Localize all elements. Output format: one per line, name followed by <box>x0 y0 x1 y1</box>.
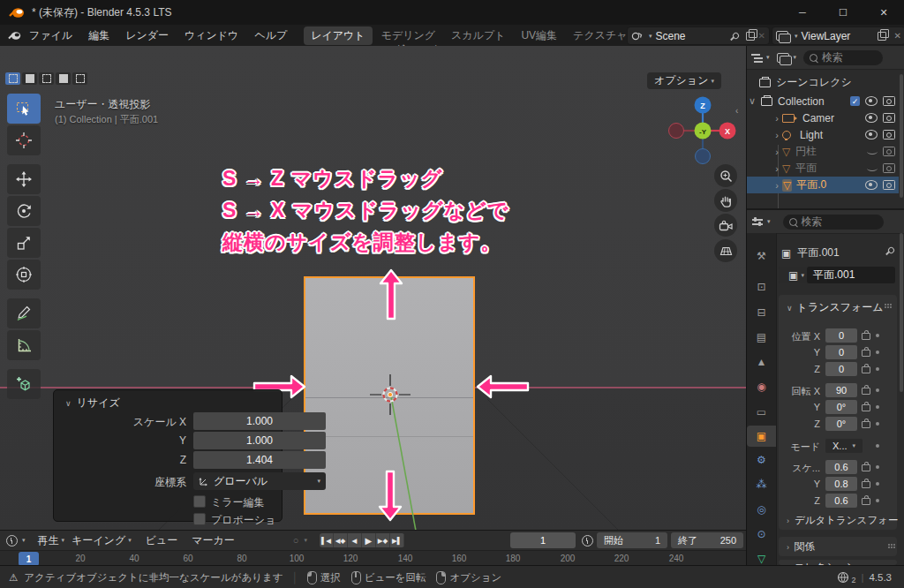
eye-icon[interactable] <box>865 130 878 139</box>
tool-select-box[interactable] <box>7 94 41 124</box>
panel-drag-dots[interactable] <box>888 544 890 546</box>
scene-name[interactable]: Scene <box>656 30 729 42</box>
tool-measure[interactable] <box>7 330 41 360</box>
auto-keying-toggle[interactable]: ○ ▾ <box>293 535 307 546</box>
tab-object[interactable]: ▣ <box>747 426 776 447</box>
mirror-checkbox[interactable] <box>193 495 206 508</box>
outliner-row-cylinder[interactable]: › ▽ 円柱 <box>747 143 899 160</box>
loc-z-field[interactable]: 0 <box>825 362 857 376</box>
viewlayer-name[interactable]: ViewLayer <box>802 30 874 42</box>
keyframe-dot-icon[interactable] <box>876 334 879 337</box>
expand-icon[interactable]: › <box>772 180 782 191</box>
camera-view-button[interactable] <box>714 214 737 237</box>
outliner-editor-type-button[interactable]: ▾ <box>751 53 770 62</box>
blender-menu-icon[interactable] <box>8 31 21 41</box>
menu-render[interactable]: レンダー <box>117 25 177 46</box>
new-scene-icon[interactable] <box>746 32 755 41</box>
orientation-dropdown[interactable]: グローバル ▾ <box>193 472 326 490</box>
tool-transform[interactable] <box>7 260 41 290</box>
keyframe-dot-icon[interactable] <box>876 367 879 371</box>
expand-icon[interactable]: ∨ <box>747 95 757 107</box>
expand-icon[interactable]: › <box>772 130 782 140</box>
expand-icon[interactable]: › <box>772 147 782 157</box>
select-mode-invert[interactable] <box>56 72 71 85</box>
rot-x-field[interactable]: 90 <box>825 383 857 397</box>
delta-transform-panel-header[interactable]: › デルタトランスフォー <box>784 514 898 527</box>
plane-object[interactable] <box>304 276 475 515</box>
perspective-toggle-button[interactable] <box>714 239 737 262</box>
tab-tool[interactable]: ⚒ <box>747 245 776 267</box>
select-mode-intersect[interactable] <box>72 72 87 85</box>
keyframe-dot-icon[interactable] <box>876 499 879 502</box>
playhead[interactable]: 1 <box>19 552 39 566</box>
render-visibility-icon[interactable] <box>883 130 895 139</box>
render-visibility-icon[interactable] <box>883 180 895 190</box>
loc-x-field[interactable]: 0 <box>825 328 857 343</box>
scale-y-field[interactable]: 1.000 <box>193 432 326 449</box>
expand-icon[interactable]: › <box>772 163 782 174</box>
stopwatch-icon[interactable] <box>582 535 593 547</box>
lock-icon[interactable] <box>862 366 870 373</box>
menu-edit[interactable]: 編集 <box>80 25 117 46</box>
tab-world[interactable]: ◉ <box>747 376 776 397</box>
loc-y-field[interactable]: 0 <box>825 345 857 359</box>
object-name-field[interactable]: 平面.001 <box>807 267 895 283</box>
pan-hand-button[interactable] <box>714 189 737 212</box>
select-mode-subtract[interactable] <box>39 72 54 85</box>
menu-file[interactable]: ファイル <box>21 25 80 46</box>
scale-y-field[interactable]: 0.8 <box>825 477 857 491</box>
new-viewlayer-icon[interactable] <box>878 32 886 41</box>
lock-icon[interactable] <box>862 421 870 428</box>
eye-icon[interactable] <box>865 96 878 106</box>
workspace-tab-sculpting[interactable]: スカルプト <box>444 26 512 45</box>
tab-render[interactable]: ⊡ <box>747 276 776 298</box>
keyframe-dot-icon[interactable] <box>876 351 879 354</box>
maximize-button[interactable]: ☐ <box>823 0 863 25</box>
outliner-row-plane001-selected[interactable]: › ▽ 平面.0 <box>747 177 899 193</box>
lock-icon[interactable] <box>862 481 870 488</box>
outliner-display-mode-button[interactable]: ▾ <box>777 53 797 63</box>
scale-z-field[interactable]: 0.6 <box>825 494 857 508</box>
tool-move[interactable] <box>7 164 41 194</box>
lock-icon[interactable] <box>862 498 870 505</box>
jump-to-end-button[interactable]: ▶▌ <box>390 533 404 547</box>
rot-y-field[interactable]: 0° <box>825 400 857 414</box>
outliner-row-plane[interactable]: › ▽ 平面 <box>747 160 899 177</box>
outliner-row-light[interactable]: › Light <box>747 126 899 143</box>
outliner-row-camera[interactable]: › Camer <box>747 109 899 126</box>
zoom-button[interactable] <box>714 164 737 187</box>
tab-scene[interactable]: ▲ <box>747 351 776 373</box>
close-button[interactable]: ✕ <box>863 0 904 25</box>
unlink-scene-icon[interactable]: ✕ <box>758 31 765 41</box>
lock-icon[interactable] <box>862 388 870 395</box>
tab-constraints[interactable]: ⊙ <box>747 524 776 545</box>
select-mode-extend[interactable] <box>22 72 37 85</box>
viewlayer-selector[interactable]: ▾ ViewLayer ✕ <box>772 26 904 45</box>
eye-icon[interactable] <box>865 113 878 123</box>
frame-start-field[interactable]: 開始 1 <box>597 532 667 548</box>
eye-icon[interactable] <box>865 180 878 190</box>
lock-icon[interactable] <box>862 350 870 357</box>
render-visibility-icon[interactable] <box>883 96 895 106</box>
prev-keyframe-button[interactable]: ◀◆ <box>334 533 348 547</box>
remove-viewlayer-icon[interactable]: ✕ <box>894 31 901 41</box>
tab-physics[interactable]: ◎ <box>747 499 776 520</box>
sidebar-collapse-icon[interactable]: ‹ <box>735 106 738 116</box>
select-mode-set[interactable] <box>5 72 20 85</box>
expand-icon[interactable]: › <box>772 113 782 124</box>
tool-add-cube[interactable] <box>7 369 41 399</box>
menu-marker[interactable]: マーカー <box>188 533 238 548</box>
breadcrumb-object-name[interactable]: 平面.001 <box>797 245 839 260</box>
menu-help[interactable]: ヘルプ <box>246 25 295 46</box>
menu-keying[interactable]: キーイング▾ <box>68 533 135 548</box>
rotation-mode-dropdown[interactable]: X... ▾ <box>825 439 863 453</box>
keyframe-dot-icon[interactable] <box>876 388 879 392</box>
scale-x-field[interactable]: 1.000 <box>193 412 326 430</box>
render-visibility-icon[interactable] <box>883 113 895 123</box>
pin-icon[interactable] <box>887 246 896 255</box>
scene-collection-row[interactable]: シーンコレクシ <box>747 74 899 91</box>
transform-panel-header[interactable]: ∨ トランスフォーム <box>784 300 884 315</box>
render-visibility-icon[interactable] <box>883 163 895 173</box>
collection-row[interactable]: ∨ Collection ✓ <box>747 93 899 109</box>
keyframe-dot-icon[interactable] <box>876 422 879 426</box>
